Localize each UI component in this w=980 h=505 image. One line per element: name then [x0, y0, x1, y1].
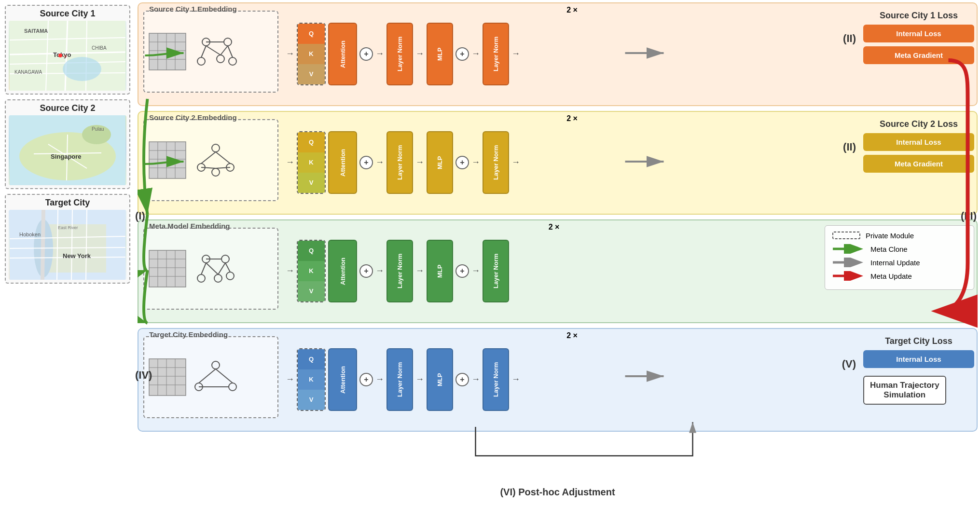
- plus-r3-1: +: [359, 264, 373, 278]
- target-city-emb-label: Target City Embedding: [149, 330, 228, 339]
- layernorm-block-r3-2: Layer Norm: [483, 240, 509, 302]
- attention-block-r4: Attention: [328, 348, 357, 411]
- svg-line-49: [206, 46, 221, 55]
- target-city-map: Hoboken New York East River: [9, 210, 126, 280]
- arrow-r1-3: →: [415, 49, 424, 59]
- source-city-2-emb-label: Source City 2 Embedding: [149, 113, 237, 122]
- svg-point-98: [229, 383, 236, 391]
- grid-icon-r2: [148, 141, 187, 179]
- meta-update-icon: [832, 271, 866, 281]
- source-city-2-embedding: Source City 2 Embedding: [143, 119, 278, 201]
- svg-line-48: [201, 46, 206, 57]
- qkv-block-r3: Q K V: [297, 240, 326, 302]
- source2-loss-title: Source City 2 Loss: [863, 119, 974, 129]
- svg-line-99: [199, 369, 216, 383]
- row-source-city-2: Source City 2 Embedding: [138, 111, 978, 215]
- repeat-label-r2: 2 ×: [286, 114, 858, 123]
- arrow-r1-in: →: [286, 49, 294, 59]
- legend-internal-update: Internal Update: [832, 258, 967, 267]
- meta-gradient-r1: Meta Gradient: [863, 46, 974, 64]
- qkv-block-r1: Q K V: [297, 23, 326, 85]
- layernorm-block-r2-1: Layer Norm: [386, 131, 413, 194]
- mlp-block-r2: MLP: [427, 131, 453, 194]
- svg-point-76: [221, 255, 229, 263]
- svg-line-64: [201, 152, 216, 164]
- internal-loss-r4: Internal Loss: [863, 350, 974, 368]
- v-part-r3: V: [298, 281, 325, 301]
- layernorm-block-r4-2: Layer Norm: [483, 348, 509, 411]
- row-target-city: Target City Embedding 2 ×: [138, 328, 978, 432]
- q-part-r4: Q: [298, 349, 325, 369]
- svg-point-45: [197, 57, 205, 65]
- step-II-r2: (II): [843, 141, 856, 153]
- svg-point-79: [226, 272, 234, 280]
- legend-private: Private Module: [832, 231, 967, 240]
- k-part-r2: K: [298, 152, 325, 173]
- grid-icon-r1: [148, 32, 187, 71]
- svg-point-60: [212, 144, 220, 152]
- attention-block-r2: Attention: [328, 131, 357, 194]
- mlp-block-r3: MLP: [427, 240, 453, 302]
- target-city-embedding: Target City Embedding: [143, 336, 278, 418]
- repeat-label-r3: 2 ×: [286, 223, 822, 232]
- q-part-r1: Q: [298, 24, 325, 44]
- source-city-1-block: Source City 1 SAITAMA Tokyo KANAGAWA CHI…: [5, 5, 130, 95]
- meta-model-embedding: Meta Model Embedding: [143, 228, 278, 310]
- legend-internal-update-label: Internal Update: [870, 259, 920, 267]
- row-source-city-1: Source City 1 Embedding: [138, 2, 978, 106]
- v-part-r1: V: [298, 64, 325, 84]
- meta-model-emb-label: Meta Model Embedding: [149, 222, 230, 230]
- svg-rect-89: [149, 359, 186, 396]
- plus-r1-1: +: [359, 47, 373, 61]
- legend-meta-update-label: Meta Update: [870, 272, 912, 280]
- loss-panel-r4: Target City Loss Internal Loss Human Tra…: [863, 336, 974, 372]
- svg-point-47: [229, 57, 236, 65]
- svg-point-8: [63, 57, 101, 81]
- source1-loss-title: Source City 1 Loss: [863, 11, 974, 21]
- svg-text:Pulau: Pulau: [92, 126, 104, 132]
- layernorm-block-r1-2: Layer Norm: [483, 23, 509, 85]
- legend-meta-clone-label: Meta Clone: [870, 245, 908, 253]
- graph-icon-r2: [192, 141, 240, 179]
- repeat-label-r1: 2 ×: [286, 6, 858, 14]
- internal-loss-r2: Internal Loss: [863, 133, 974, 151]
- svg-line-83: [225, 263, 230, 272]
- step-V: (V): [842, 358, 856, 370]
- graph-icon-r3: [192, 249, 240, 288]
- v-part-r4: V: [298, 390, 325, 410]
- row-meta-model: Meta Model Embedding: [138, 219, 978, 323]
- svg-line-82: [218, 263, 225, 274]
- source-city-2-block: Source City 2 Pulau Singapore: [5, 99, 130, 189]
- source-city-1-map: SAITAMA Tokyo KANAGAWA CHIBA ⊙: [9, 21, 126, 91]
- grid-icon-r4: [148, 358, 187, 396]
- source-city-2-label: Source City 2: [9, 103, 126, 113]
- k-part-r4: K: [298, 369, 325, 390]
- mlp-block-r1: MLP: [427, 23, 453, 85]
- attention-block-r1: Attention: [328, 23, 357, 85]
- target-city-block: Target City Hoboken New York East River: [5, 194, 130, 284]
- plus-r3-2: +: [455, 264, 469, 278]
- step-I-label: (I): [135, 210, 145, 222]
- internal-update-icon: [832, 258, 866, 267]
- svg-point-46: [217, 55, 224, 63]
- layernorm-block-r3-1: Layer Norm: [386, 240, 413, 302]
- svg-point-77: [197, 274, 205, 282]
- svg-rect-36: [149, 33, 186, 70]
- step-II-r1: (II): [843, 32, 856, 45]
- meta-clone-icon: [832, 244, 866, 254]
- svg-point-63: [212, 168, 220, 176]
- meta-gradient-r2: Meta Gradient: [863, 155, 974, 173]
- qkv-block-r4: Q K V: [297, 348, 326, 411]
- q-part-r2: Q: [298, 132, 325, 152]
- step-III-label: (III): [961, 210, 977, 222]
- grid-icon-r3: [148, 249, 187, 288]
- plus-r4-1: +: [359, 373, 373, 386]
- trajectory-simulation-box: Human TrajectorySimulation: [863, 376, 946, 405]
- svg-line-80: [201, 263, 206, 274]
- svg-line-66: [201, 167, 216, 168]
- svg-line-100: [216, 369, 233, 383]
- svg-point-44: [224, 38, 232, 46]
- legend-meta-update: Meta Update: [832, 271, 967, 281]
- internal-loss-r1: Internal Loss: [863, 25, 974, 42]
- layernorm-block-r1-1: Layer Norm: [386, 23, 413, 85]
